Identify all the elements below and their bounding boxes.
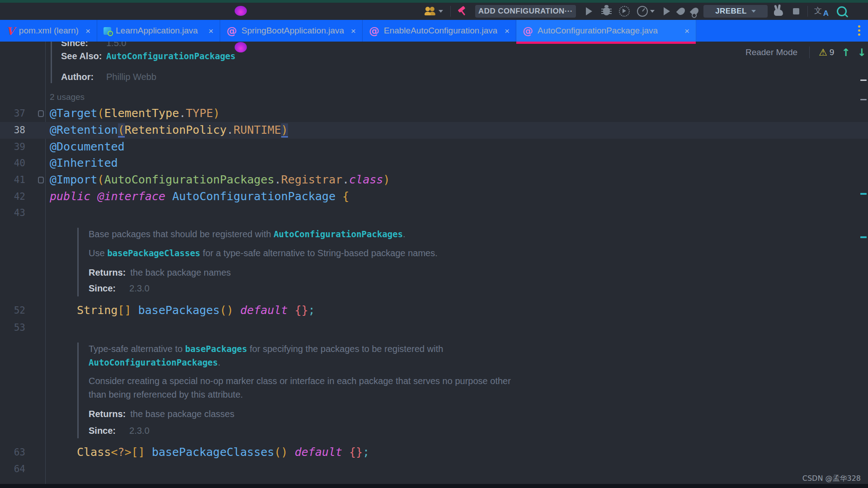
- javadoc-text: 2.3.0: [129, 426, 149, 436]
- tab-options-kebab-icon[interactable]: [858, 25, 861, 38]
- code-line: @Inherited: [50, 155, 118, 171]
- code-token: @Documented: [50, 140, 125, 153]
- warning-icon[interactable]: ⚠: [819, 47, 827, 58]
- translate-icon[interactable]: 文 A: [814, 5, 830, 17]
- code-token: String: [77, 304, 118, 317]
- tab-pom.xml (learn)[interactable]: Vpom.xml (learn)×: [0, 20, 97, 42]
- javadoc-header-row: Author:Phillip Webb: [61, 72, 156, 84]
- code-token: ;: [363, 446, 369, 459]
- javadoc-row: AutoConfigurationPackages.: [89, 357, 221, 369]
- code-token: [288, 446, 295, 459]
- code-token: .: [342, 173, 349, 186]
- run-with-coverage-icon[interactable]: [619, 6, 630, 17]
- code-token: (: [97, 107, 104, 120]
- jrebel-select[interactable]: JREBEL: [703, 5, 768, 18]
- line-number: 41: [0, 172, 25, 188]
- inspection-separator: [809, 47, 810, 58]
- run-secondary-button[interactable]: [664, 7, 670, 15]
- code-token: [342, 446, 349, 459]
- error-stripe-mark: [860, 236, 867, 238]
- code-line: Class<?>[] basePackageClasses() default …: [77, 444, 369, 460]
- run-configuration-label: ADD CONFIGURATION···: [478, 7, 573, 16]
- tab-EnableAutoConfiguration.java[interactable]: @EnableAutoConfiguration.java×: [363, 20, 516, 42]
- tab-close-icon[interactable]: ×: [208, 27, 213, 35]
- code-token: .: [179, 107, 186, 120]
- tab-label: LearnApplication.java: [116, 26, 198, 36]
- translate-latin-glyph: A: [823, 9, 829, 18]
- tab-close-icon[interactable]: ×: [85, 27, 90, 35]
- javadoc-value: Phillip Webb: [106, 72, 156, 82]
- tab-close-icon[interactable]: ×: [505, 27, 509, 35]
- stop-button[interactable]: [793, 8, 799, 14]
- bottom-bar: [0, 484, 868, 488]
- tab-AutoConfigurationPackage.java[interactable]: @AutoConfigurationPackage.java×: [516, 20, 696, 42]
- annotation-at-icon: @: [369, 25, 379, 37]
- previous-problem-arrow-icon[interactable]: ↑: [841, 47, 850, 58]
- code-token: Registrar: [281, 173, 342, 186]
- pointer-blob: [235, 42, 247, 52]
- run-button[interactable]: [586, 7, 592, 15]
- usages-hint[interactable]: 2 usages: [50, 91, 85, 103]
- run-with-jrebel-icon[interactable]: [676, 6, 687, 17]
- build-hammer-icon[interactable]: [457, 6, 467, 16]
- code-token: ;: [308, 304, 315, 317]
- editor-tab-bar: Vpom.xml (learn)×LearnApplication.java×@…: [0, 20, 868, 42]
- javadoc-row: Consider creating a special no-op marker…: [89, 376, 511, 388]
- code-token: Class: [77, 446, 111, 459]
- javadoc-row: Type-safe alternative to basePackages fo…: [89, 344, 443, 356]
- tab-label: EnableAutoConfiguration.java: [384, 26, 497, 36]
- code-token: .: [274, 173, 281, 186]
- jrebel-rabbit-icon[interactable]: [774, 9, 783, 16]
- code-token: .: [226, 123, 233, 136]
- javadoc-row: Returns:the base package classes: [89, 409, 234, 421]
- profiler-chevron-down-icon[interactable]: [650, 10, 655, 13]
- javadoc-code-ref: basePackages: [185, 344, 247, 354]
- code-token: [131, 304, 138, 317]
- javadoc-link[interactable]: AutoConfigurationPackages: [106, 51, 236, 61]
- code-token: @Target: [50, 107, 97, 120]
- tab-close-icon[interactable]: ×: [684, 27, 689, 35]
- javadoc-text: Use: [89, 248, 107, 258]
- editor-inspection-widget: Reader Mode ⚠ 9 ↑ ↓: [745, 46, 866, 59]
- search-everywhere-icon[interactable]: [837, 6, 847, 16]
- warning-count[interactable]: 9: [830, 47, 835, 57]
- run-configuration-select[interactable]: ADD CONFIGURATION···: [475, 5, 576, 18]
- tab-close-icon[interactable]: ×: [351, 27, 356, 35]
- fold-region-icon[interactable]: [38, 177, 44, 183]
- error-stripe-mark: [860, 99, 867, 100]
- code-token: default: [295, 446, 342, 459]
- profiler-icon[interactable]: [637, 6, 648, 17]
- javadoc-code-ref: AutoConfigurationPackages: [274, 229, 403, 239]
- code-editor[interactable]: 37@Target(ElementType.TYPE)38@Retention(…: [0, 0, 868, 488]
- debug-with-jrebel-icon[interactable]: [690, 6, 700, 17]
- code-token: []: [118, 304, 131, 317]
- code-token: basePackageClasses: [152, 446, 274, 459]
- tab-label: pom.xml (learn): [19, 26, 79, 36]
- code-token: public: [50, 190, 90, 203]
- code-token: (): [220, 304, 233, 317]
- line-number: 39: [0, 139, 25, 155]
- debug-button[interactable]: [603, 7, 610, 15]
- tab-LearnApplication.java[interactable]: LearnApplication.java×: [97, 20, 220, 42]
- tab-SpringBootApplication.java[interactable]: @SpringBootApplication.java×: [220, 20, 363, 42]
- javadoc-label: Since:: [89, 283, 116, 294]
- toolbar-separator: [807, 6, 808, 17]
- collaborators-chevron-down-icon[interactable]: [439, 10, 443, 13]
- javadoc-row: Returns:the back package names: [89, 267, 231, 279]
- next-problem-arrow-icon[interactable]: ↓: [858, 47, 866, 58]
- code-token: <: [111, 446, 118, 459]
- main-toolbar: ADD CONFIGURATION··· JREBEL 文 A: [0, 3, 868, 20]
- code-token: []: [131, 446, 145, 459]
- collaborators-icon[interactable]: [425, 7, 436, 16]
- code-token: @Import: [50, 173, 97, 186]
- javadoc-text: Base packages that should be registered …: [89, 229, 274, 239]
- fold-region-icon[interactable]: [38, 110, 44, 117]
- code-token: class: [349, 173, 383, 186]
- code-token: ): [383, 173, 390, 186]
- jrebel-chevron-down-icon: [751, 10, 756, 13]
- ide-window: ADD CONFIGURATION··· JREBEL 文 A Vp: [0, 0, 868, 488]
- code-token: RetentionPolicy: [125, 123, 227, 136]
- javadoc-label: Since:: [89, 426, 116, 436]
- code-token: ?: [118, 446, 124, 459]
- line-number: 37: [0, 105, 25, 122]
